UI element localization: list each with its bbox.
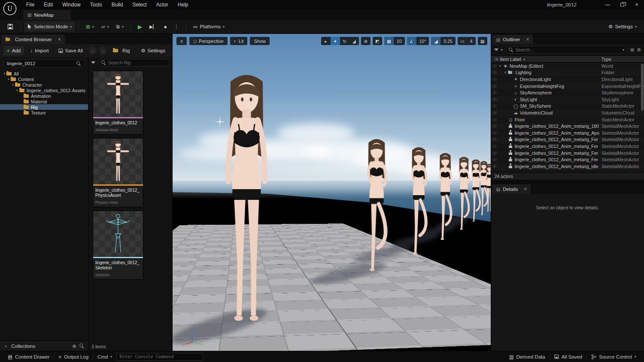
outliner-row-skysphere[interactable]: ◯SM_SkySphereStaticMeshActor [491,103,644,110]
outliner-row-anim-fer3[interactable]: lingerie_clothes_0012_Anim_metarig_FerSk… [491,150,644,157]
tree-item-character[interactable]: ▾Character [0,82,88,87]
outliner-row-skylight[interactable]: ◐SkyLightSkyLight [491,96,644,103]
asset-card-skeleton[interactable]: lingerie_clothes_0012_Skeleton Skeleton [93,211,144,280]
outliner-row-heightfog[interactable]: ≈ExponentialHeightFogExponentialHeightFo… [491,83,644,90]
view-mode-dropdown[interactable]: ◐Lit [230,37,248,45]
world-space-toggle-icon[interactable]: ⊕ [361,37,371,45]
visibility-eye-icon[interactable] [492,138,497,141]
content-browser-tab[interactable]: Content Browser × [1,35,65,44]
perspective-dropdown[interactable]: ◻Perspective [189,37,228,45]
settings-dropdown[interactable]: ⚙ Settings ▾ [605,21,640,32]
outliner-search-input[interactable] [516,47,620,52]
scale-snap-value[interactable]: 0.25 [440,37,455,45]
menu-tools[interactable]: Tools [85,2,107,8]
stop-button[interactable]: ■ [161,21,170,32]
grid-snap-value[interactable]: 10 [394,37,405,45]
asset-search-box[interactable] [98,59,170,66]
expand-arrow-icon[interactable]: ▾ [2,72,6,75]
visibility-eye-icon[interactable] [492,84,497,87]
scrollbar-thumb[interactable] [641,63,644,111]
expand-arrow-icon[interactable]: ▾ [503,71,507,74]
new-folder-icon[interactable]: ⊞ [630,47,634,53]
asset-card-skeletal-mesh[interactable]: lingerie_clothes_0012 Skeletal Mesh [93,71,144,135]
visibility-eye-icon[interactable] [492,112,497,114]
tree-item-all[interactable]: ▾All [0,71,88,76]
camera-speed-icon[interactable]: ▭ [458,37,467,45]
breadcrumb[interactable]: Rig [109,46,133,55]
play-button[interactable]: ▶ [135,21,145,32]
grid-snap-icon[interactable]: ▦ [384,37,394,45]
sort-ascending-icon[interactable]: ▲ [523,57,526,60]
menu-actor[interactable]: Actor [152,2,173,8]
visibility-column-icon[interactable] [494,57,499,60]
visibility-eye-icon[interactable] [492,132,497,134]
blueprints-dropdown[interactable]: ▱▾ [98,21,112,32]
outliner-row-anim-180[interactable]: lingerie_clothes_0012_Anim_metarig_180Sk… [491,123,644,130]
visibility-eye-icon[interactable] [492,78,497,81]
outliner-search-box[interactable]: ▾ [505,46,628,54]
menu-window[interactable]: Window [58,2,85,8]
expand-arrow-icon[interactable]: ▸ [4,344,8,348]
outliner-row-anim-fer2[interactable]: lingerie_clothes_0012_Anim_metarig_FerSk… [491,143,644,150]
visibility-eye-icon[interactable] [492,91,497,94]
expand-arrow-icon[interactable]: ▾ [11,83,15,87]
add-collection-icon[interactable]: ⊕ [72,343,76,349]
visibility-eye-icon[interactable] [492,71,497,74]
path-search-input[interactable] [7,61,74,66]
close-icon[interactable]: × [524,186,527,192]
outliner-row-anim-fer4[interactable]: lingerie_clothes_0012_Anim_metarig_FerSk… [491,156,644,163]
source-control-button[interactable]: Source Control ▾ [587,351,641,362]
close-icon[interactable]: × [58,36,61,42]
output-log-button[interactable]: ≡Output Log [54,351,93,362]
move-tool-icon[interactable]: + [331,37,340,45]
tree-item-material[interactable]: Material [0,99,88,104]
cb-settings-dropdown[interactable]: ⚙Settings [137,46,169,55]
save-all-button[interactable]: Save All [55,46,87,55]
menu-build[interactable]: Build [107,2,128,8]
tree-item-animation[interactable]: Animation [0,93,88,99]
tree-item-texture[interactable]: Texture [0,110,88,115]
outliner-row-volumetriccloud[interactable]: ☁VolumetricCloudVolumetricCloud [491,109,644,116]
visibility-eye-icon[interactable] [492,145,497,148]
asset-card-physics-asset[interactable]: lingerie_clothes_0012_PhysicsAsset Physi… [93,138,144,207]
maximize-viewport-icon[interactable]: ▦ [478,37,487,45]
tree-item-assets[interactable]: ▾lingerie_clothes_0012-Assets [0,87,88,93]
outliner-row-lighting[interactable]: ▾LightingFolder [491,69,644,76]
asset-search-input[interactable] [108,60,166,65]
tree-item-rig[interactable]: Rig [0,104,88,110]
show-dropdown[interactable]: Show [250,37,270,45]
rotation-snap-value[interactable]: 10° [416,37,429,45]
menu-file[interactable]: File [21,2,39,8]
all-saved-button[interactable]: All Saved [550,351,587,362]
expand-arrow-icon[interactable]: ▾ [15,89,19,92]
outliner-row-anim-idle[interactable]: lingerie_clothes_0012_Anim_metarig_idleS… [491,163,644,170]
add-actor-dropdown[interactable]: ⊞▾ [83,21,97,32]
visibility-eye-icon[interactable] [492,125,497,127]
expand-arrow-icon[interactable]: ▾ [6,78,11,81]
frame-skip-button[interactable]: ▶▏ [146,21,160,32]
forward-icon[interactable]: → [99,47,107,54]
select-tool-icon[interactable]: ▸ [321,37,331,45]
expand-arrow-icon[interactable]: ▾ [498,64,502,68]
close-icon[interactable]: × [526,36,529,42]
scale-tool-icon[interactable]: ◢ [349,37,359,45]
chevron-down-icon[interactable]: ▾ [501,48,503,52]
filter-icon[interactable] [494,48,498,51]
restore-button[interactable] [615,0,629,9]
content-drawer-button[interactable]: ▤Content Drawer [3,351,54,362]
details-tab[interactable]: ▤ Details × [492,184,531,194]
cinematics-dropdown[interactable]: ⧉▾ [113,21,127,32]
visibility-eye-icon[interactable] [492,65,497,67]
outliner-tab[interactable]: ▤ Outliner × [492,35,533,44]
path-search-box[interactable] [3,59,85,68]
outliner-row-directionallight[interactable]: ☀DirectionalLightDirectionalLight [491,76,644,83]
close-button[interactable]: × [629,0,644,9]
search-icon[interactable] [79,344,84,348]
outliner-row-floor[interactable]: ◻FloorStaticMeshActor [491,116,644,123]
outliner-row-anim-fer1[interactable]: lingerie_clothes_0012_Anim_metarig_FerSk… [491,136,644,143]
minimize-button[interactable]: — [600,0,615,9]
play-options-button[interactable]: ⋮ [171,21,182,32]
derived-data-button[interactable]: ▥Derived Data [505,351,550,362]
camera-speed-value[interactable]: 4 [467,37,476,45]
chevron-down-icon[interactable]: ▾ [623,48,624,52]
